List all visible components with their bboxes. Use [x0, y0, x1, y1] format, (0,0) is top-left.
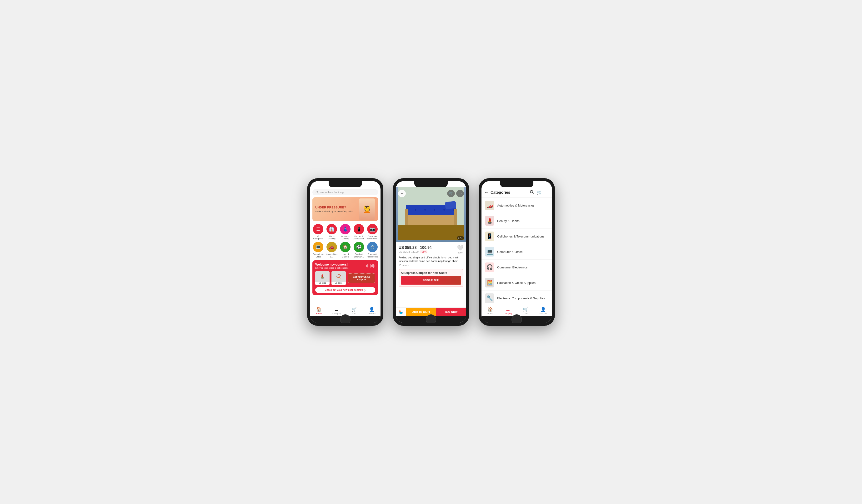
back-button[interactable]: ←: [398, 190, 406, 197]
cat-phones-label: Phones &Accessories: [353, 235, 364, 240]
welcome-coupon[interactable]: Get your US $2 coupon: [348, 274, 375, 283]
cat-computer-office[interactable]: 💻 Computer &Office: [312, 242, 325, 258]
welcome-card-1[interactable]: 💄 US $0.01: [315, 271, 329, 285]
cat-all-label: AllCategories: [313, 235, 323, 240]
welcome-card-2-img: 📿: [331, 271, 346, 282]
nav-category-cat[interactable]: ☰ Category: [499, 307, 517, 315]
category-nav-label: Category: [332, 313, 341, 315]
favorite-button[interactable]: 🤍 1760: [457, 245, 463, 254]
welcome-card-1-price: US $0.01: [315, 282, 329, 284]
welcome-subtitle: Enjoy special prices & get coupons: [315, 267, 349, 269]
more-action-btn[interactable]: ⋯: [456, 190, 464, 197]
svg-line-1: [318, 193, 318, 194]
cat-phones[interactable]: 📱 Phones &Accessories: [352, 224, 365, 240]
cat-item-education[interactable]: 🧮 Education & Office Supplies: [482, 275, 552, 291]
cat-sports[interactable]: ⚽ Sports &Entertain...: [352, 242, 365, 258]
cat-item-beauty[interactable]: 💄 Beauty & Health: [482, 213, 552, 229]
categories-list: 🏎️ Automobiles & Motorcycles 💄 Beauty & …: [482, 198, 552, 305]
account-nav-label-cat: Account: [539, 313, 547, 315]
cat-all-categories[interactable]: ☰ AllCategories: [312, 224, 325, 240]
back-button-cat[interactable]: ←: [484, 190, 488, 195]
cat-beauty-img: 💄: [485, 216, 494, 226]
categories-screen: ← Categories 🛒 ⋮ �: [482, 187, 552, 316]
cat-jewelry-label: Jewelry &Accessories: [367, 253, 378, 258]
banner-image: 💆: [358, 198, 375, 220]
welcome-banner: Welcome newcomers! Enjoy special prices …: [312, 260, 378, 295]
cat-sports-label: Sports &Entertain...: [354, 253, 364, 258]
cat-cell-img: 📱: [485, 231, 494, 241]
nav-account[interactable]: 👤 Account: [363, 307, 380, 315]
cat-jewelry[interactable]: 💍 Jewelry &Accessories: [366, 242, 379, 258]
cat-consumer-electronics[interactable]: 📷 ConsumerElectronics: [366, 224, 379, 240]
cat-electronic-name: Electronic Components & Supplies: [497, 296, 549, 300]
cat-computer-name: Computer & Office: [497, 250, 549, 254]
more-header-icon[interactable]: ⋮: [545, 190, 549, 195]
buy-now-button[interactable]: BUY NOW: [436, 308, 466, 316]
home-button-3[interactable]: [511, 314, 522, 323]
cart-nav-icon-cat: 🛒: [523, 307, 528, 312]
home-button-1[interactable]: [340, 314, 351, 323]
account-nav-label: Account: [368, 313, 376, 315]
product-screen: ← 🛒 ⋯ 1 / 4 US $59.28 - 100.94 US $82.34: [396, 187, 466, 316]
waveform: [366, 263, 375, 268]
price-original: US $82.34: [399, 251, 410, 253]
cart-header-icon[interactable]: 🛒: [537, 190, 542, 195]
price-meta: US $82.34 140.20 -28%: [399, 250, 432, 253]
store-button[interactable]: 🏪: [396, 308, 406, 316]
search-icon: [315, 190, 318, 194]
phone-1-home: ombre lace front wig UNDER PRESSURE? Sha…: [307, 178, 383, 326]
cart-nav-label-cat: Cart: [523, 313, 527, 315]
cat-education-name: Education & Office Supplies: [497, 281, 549, 284]
account-nav-icon-cat: 👤: [540, 307, 546, 312]
cat-mens-clothing[interactable]: 👔 Men'sClothing: [326, 224, 338, 240]
search-header-icon[interactable]: [530, 190, 534, 195]
search-placeholder: ombre lace front wig: [320, 191, 344, 194]
cat-item-automobiles[interactable]: 🏎️ Automobiles & Motorcycles: [482, 198, 552, 213]
cat-item-computer[interactable]: 💻 Computer & Office: [482, 244, 552, 260]
cat-phones-icon: 📱: [354, 224, 364, 235]
image-counter: 1 / 4: [457, 236, 464, 240]
cat-mens-icon: 👔: [326, 224, 337, 235]
phone-notch-2: [414, 181, 448, 187]
search-bar[interactable]: ombre lace front wig: [312, 189, 378, 195]
price-main: US $59.28 - 100.94: [399, 246, 432, 250]
category-grid-row1: ☰ AllCategories 👔 Men'sClothing 👗 Women'…: [310, 223, 380, 241]
nav-account-cat[interactable]: 👤 Account: [534, 307, 552, 315]
cat-womens-clothing[interactable]: 👗 Women'sClothing: [339, 224, 352, 240]
banner-title: UNDER PRESSURE?: [315, 205, 358, 209]
nav-cart-cat[interactable]: 🛒 Cart: [517, 307, 534, 315]
cat-jewelry-icon: 💍: [367, 242, 378, 252]
nav-home-cat[interactable]: 🏠 Home: [482, 307, 499, 315]
svg-rect-2: [398, 225, 464, 240]
promo-banner[interactable]: UNDER PRESSURE? Shake it off with up to …: [312, 197, 378, 221]
home-nav-label-cat: Home: [487, 313, 493, 315]
price-original-high: 140.20: [411, 251, 419, 253]
cat-item-cellphones[interactable]: 📱 Cellphones & Telecommunications: [482, 229, 552, 244]
categories-title: Categories: [491, 190, 530, 195]
welcome-card-2[interactable]: 📿 US $0.01: [331, 271, 346, 285]
cat-sports-icon: ⚽: [354, 242, 364, 252]
nav-home[interactable]: 🏠 Home: [310, 307, 328, 315]
cat-item-consumer-elec[interactable]: 🎧 Consumer Electronics: [482, 260, 552, 275]
nav-category[interactable]: ☰ Category: [328, 307, 345, 315]
cart-action-btn[interactable]: 🛒: [447, 190, 455, 197]
cat-automobiles[interactable]: 🚗 Automobiles&...: [326, 242, 338, 258]
cat-home-garden[interactable]: 🏠 Home &Garden: [339, 242, 352, 258]
cat-item-electronic-components[interactable]: 🔧 Electronic Components & Supplies: [482, 291, 552, 305]
home-button-2[interactable]: [426, 314, 436, 323]
nav-cart[interactable]: 🛒 Cart: [345, 307, 363, 315]
cat-womens-icon: 👗: [340, 224, 351, 235]
svg-point-0: [316, 191, 318, 193]
svg-point-9: [443, 209, 445, 211]
cat-beauty-name: Beauty & Health: [497, 219, 549, 223]
svg-point-7: [425, 209, 426, 211]
product-info: US $59.28 - 100.94 US $82.34 140.20 -28%…: [396, 242, 466, 307]
account-nav-icon: 👤: [369, 307, 374, 312]
home-bar-1: [310, 316, 380, 323]
cat-consumer-elec-name: Consumer Electronics: [497, 266, 549, 269]
svg-rect-13: [454, 209, 457, 225]
coupon-title: AliExpress Coupon for New Users: [401, 271, 461, 275]
coupon-bar[interactable]: US $0.00 OFF: [401, 276, 461, 284]
welcome-benefits-btn[interactable]: Check out your new user benefits ❯: [315, 287, 375, 293]
svg-point-6: [415, 209, 416, 211]
